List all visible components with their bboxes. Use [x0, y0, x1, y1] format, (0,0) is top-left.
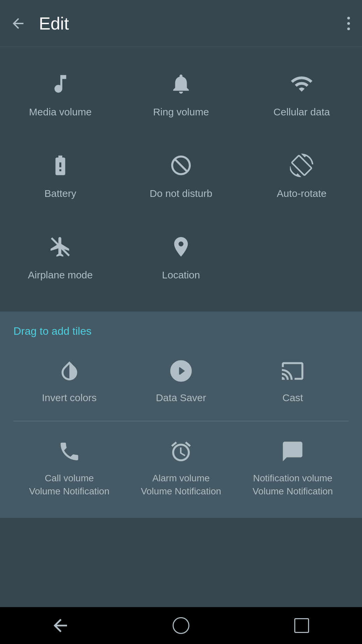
- drag-tile-invert-colors[interactable]: Invert colors: [13, 344, 125, 418]
- drag-to-add-section: Drag to add tiles Invert colors Data S: [0, 312, 362, 518]
- airplane-icon: [47, 233, 74, 260]
- tile-auto-rotate[interactable]: Auto-rotate: [241, 135, 362, 217]
- phone-icon: [56, 438, 83, 465]
- tile-ring-volume-label: Ring volume: [153, 105, 209, 118]
- alarm-icon: [168, 438, 194, 465]
- tile-location-label: Location: [162, 268, 200, 281]
- tile-do-not-disturb-label: Do not disturb: [150, 187, 213, 200]
- invert-colors-icon: [56, 358, 83, 384]
- music-note-icon: [47, 70, 74, 97]
- dot1: [347, 17, 350, 19]
- tile-auto-rotate-label: Auto-rotate: [277, 187, 326, 200]
- no-disturb-icon: [168, 152, 194, 179]
- tile-location[interactable]: Location: [121, 217, 241, 298]
- tile-media-volume[interactable]: Media volume: [0, 54, 121, 135]
- volume-tile-call[interactable]: Call volume Volume Notification: [13, 425, 125, 511]
- active-tiles-section: Media volume Ring volume Cellular data: [0, 47, 362, 312]
- drag-tile-cast[interactable]: Cast: [237, 344, 349, 418]
- nav-home-button[interactable]: [168, 612, 194, 639]
- page-title: Edit: [39, 13, 69, 34]
- tile-ring-volume[interactable]: Ring volume: [121, 54, 241, 135]
- dot2: [347, 22, 350, 25]
- header: Edit: [0, 0, 362, 47]
- nav-recent-button[interactable]: [288, 612, 315, 639]
- tile-do-not-disturb[interactable]: Do not disturb: [121, 135, 241, 217]
- volume-tile-alarm[interactable]: Alarm volume Volume Notification: [125, 425, 237, 511]
- battery-icon: [47, 152, 74, 179]
- tile-cellular-data[interactable]: Cellular data: [241, 54, 362, 135]
- dot3: [347, 28, 350, 30]
- chat-bubble-icon: [279, 438, 306, 465]
- volume-tiles-grid: Call volume Volume Notification Alarm vo…: [13, 425, 349, 511]
- volume-tile-notification[interactable]: Notification volume Volume Notification: [237, 425, 349, 511]
- drag-to-add-label: Drag to add tiles: [13, 325, 92, 337]
- tile-battery-label: Battery: [44, 187, 76, 200]
- drag-tile-data-saver-label: Data Saver: [156, 391, 206, 404]
- signal-icon: [288, 70, 315, 97]
- recent-square-icon: [294, 618, 309, 633]
- active-tiles-grid: Media volume Ring volume Cellular data: [0, 54, 362, 298]
- drag-tile-data-saver[interactable]: Data Saver: [125, 344, 237, 418]
- volume-tile-call-label: Call volume Volume Notification: [29, 472, 110, 498]
- tile-media-volume-label: Media volume: [29, 105, 92, 118]
- drag-tiles-grid: Invert colors Data Saver Cast: [13, 344, 349, 418]
- drag-tile-cast-label: Cast: [282, 391, 303, 404]
- nav-back-button[interactable]: [47, 612, 74, 639]
- volume-tile-notification-label: Notification volume Volume Notification: [252, 472, 333, 498]
- tile-airplane-mode[interactable]: Airplane mode: [0, 217, 121, 298]
- rotate-icon: [288, 152, 315, 179]
- tile-airplane-mode-label: Airplane mode: [28, 268, 93, 281]
- drag-tile-invert-colors-label: Invert colors: [42, 391, 97, 404]
- back-button[interactable]: [8, 13, 28, 34]
- tile-cellular-data-label: Cellular data: [274, 105, 330, 118]
- divider: [13, 421, 349, 421]
- tile-battery[interactable]: Battery: [0, 135, 121, 217]
- header-left: Edit: [8, 13, 69, 34]
- bell-icon: [168, 70, 194, 97]
- volume-tile-alarm-label: Alarm volume Volume Notification: [141, 472, 221, 498]
- data-saver-icon: [168, 358, 194, 384]
- home-circle-icon: [173, 617, 189, 634]
- location-pin-icon: [168, 233, 194, 260]
- cast-icon: [279, 358, 306, 384]
- navigation-bar: [0, 607, 362, 644]
- more-options-button[interactable]: [343, 13, 354, 34]
